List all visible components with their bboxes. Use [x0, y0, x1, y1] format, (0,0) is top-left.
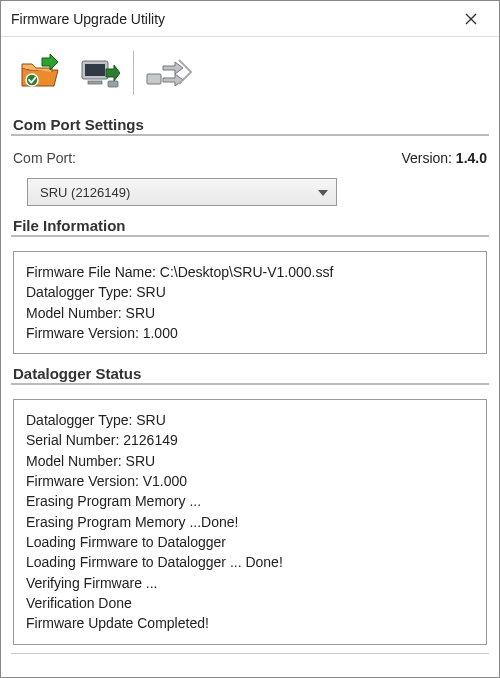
- text-line: Serial Number: 2126149: [26, 430, 474, 450]
- text-line: Datalogger Type: SRU: [26, 282, 474, 302]
- client-area: Com Port Settings Com Port: Version: 1.4…: [1, 37, 499, 677]
- text-line: Verifying Firmware ...: [26, 573, 474, 593]
- fileinfo-panel: Firmware File Name: C:\Desktop\SRU-V1.00…: [13, 251, 487, 354]
- status-bar: [11, 653, 489, 667]
- comport-row: Com Port: Version: 1.4.0: [11, 144, 489, 168]
- text-line: Firmware File Name: C:\Desktop\SRU-V1.00…: [26, 262, 474, 282]
- comport-label: Com Port:: [13, 150, 76, 166]
- status-panel: Datalogger Type: SRUSerial Number: 21261…: [13, 399, 487, 645]
- read-datalogger-button[interactable]: [144, 51, 194, 95]
- version-display: Version: 1.4.0: [401, 150, 487, 166]
- svg-point-0: [26, 74, 38, 86]
- upload-firmware-button[interactable]: [73, 51, 123, 95]
- chevron-down-icon: [318, 186, 328, 198]
- read-icon: [145, 54, 193, 92]
- fileinfo-heading: File Information: [11, 216, 489, 237]
- comport-heading: Com Port Settings: [11, 115, 489, 136]
- text-line: Model Number: SRU: [26, 303, 474, 323]
- text-line: Erasing Program Memory ...: [26, 491, 474, 511]
- text-line: Model Number: SRU: [26, 451, 474, 471]
- toolbar-separator: [133, 51, 134, 95]
- text-line: Erasing Program Memory ...Done!: [26, 512, 474, 532]
- text-line: Datalogger Type: SRU: [26, 410, 474, 430]
- text-line: Loading Firmware to Datalogger: [26, 532, 474, 552]
- close-icon: [465, 13, 477, 25]
- transfer-icon: [76, 53, 120, 93]
- text-line: Firmware Update Completed!: [26, 613, 474, 633]
- close-button[interactable]: [451, 5, 491, 33]
- version-label: Version:: [401, 150, 452, 166]
- open-file-icon: [18, 54, 62, 92]
- text-line: Verification Done: [26, 593, 474, 613]
- svg-rect-4: [108, 81, 118, 87]
- version-value: 1.4.0: [456, 150, 487, 166]
- status-heading: Datalogger Status: [11, 364, 489, 385]
- svg-rect-2: [85, 64, 105, 76]
- comport-dropdown[interactable]: SRU (2126149): [27, 178, 337, 206]
- svg-rect-3: [88, 81, 102, 84]
- toolbar: [11, 45, 489, 105]
- window-title: Firmware Upgrade Utility: [11, 11, 165, 27]
- titlebar: Firmware Upgrade Utility: [1, 1, 499, 37]
- app-window: Firmware Upgrade Utility: [0, 0, 500, 678]
- text-line: Firmware Version: 1.000: [26, 323, 474, 343]
- open-firmware-button[interactable]: [15, 51, 65, 95]
- text-line: Loading Firmware to Datalogger ... Done!: [26, 552, 474, 572]
- svg-rect-5: [147, 74, 161, 84]
- comport-selected: SRU (2126149): [40, 185, 130, 200]
- text-line: Firmware Version: V1.000: [26, 471, 474, 491]
